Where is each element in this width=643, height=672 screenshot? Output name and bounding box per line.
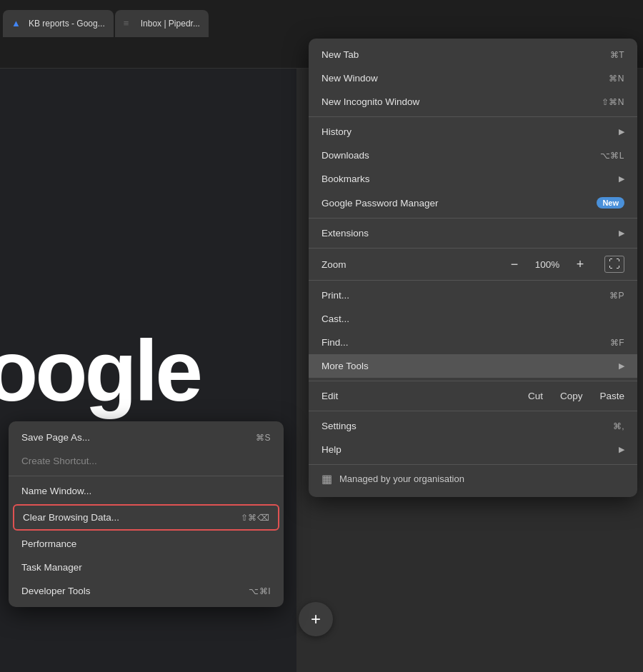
menu-divider-3: [309, 248, 637, 249]
performance-label: Performance: [21, 538, 76, 549]
menu-item-help[interactable]: Help ▶: [309, 438, 637, 461]
downloads-shortcut: ⌥⌘L: [600, 151, 624, 161]
settings-shortcut: ⌘,: [613, 421, 624, 431]
tab-favicon-pipe: ≡: [124, 18, 135, 29]
menu-item-settings[interactable]: Settings ⌘,: [309, 414, 637, 438]
new-badge: New: [597, 197, 624, 209]
task-manager-label: Task Manager: [21, 562, 82, 573]
menu-divider-4: [309, 280, 637, 281]
settings-label: Settings: [322, 421, 613, 431]
context-create-shortcut: Create Shortcut...: [9, 449, 284, 473]
context-clear-browsing[interactable]: Clear Browsing Data... ⇧⌘⌫: [13, 504, 279, 531]
new-window-shortcut: ⌘N: [609, 74, 624, 84]
new-tab-label: New Tab: [322, 49, 610, 60]
help-label: Help: [322, 444, 613, 455]
context-divider-1: [9, 476, 284, 476]
managed-row: ▦ Managed by your organisation: [309, 464, 637, 493]
context-menu-more-tools: Save Page As... ⌘S Create Shortcut... Na…: [9, 421, 284, 607]
menu-divider-5: [309, 381, 637, 381]
downloads-label: Downloads: [322, 150, 600, 161]
password-manager-label: Google Password Manager: [322, 198, 589, 209]
context-task-manager[interactable]: Task Manager: [9, 556, 284, 579]
find-shortcut: ⌘F: [610, 338, 624, 348]
main-menu: New Tab ⌘T New Window ⌘N New Incognito W…: [309, 39, 637, 497]
context-developer-tools[interactable]: Developer Tools ⌥⌘I: [9, 579, 284, 603]
menu-divider-6: [309, 411, 637, 411]
bookmarks-label: Bookmarks: [322, 174, 613, 184]
managed-icon: ▦: [322, 472, 332, 486]
menu-item-print[interactable]: Print... ⌘P: [309, 284, 637, 307]
tab-label-kb: KB reports - Goog...: [29, 19, 105, 29]
developer-tools-label: Developer Tools: [21, 586, 91, 596]
cast-label: Cast...: [322, 314, 624, 324]
new-window-label: New Window: [322, 73, 609, 84]
tab-kb-reports[interactable]: ▲ KB reports - Goog...: [3, 10, 114, 37]
tab-label-inbox: Inbox | Pipedr...: [141, 19, 200, 29]
clear-browsing-shortcut: ⇧⌘⌫: [241, 513, 270, 523]
print-shortcut: ⌘P: [609, 291, 624, 301]
context-name-window[interactable]: Name Window...: [9, 479, 284, 503]
zoom-controls: − 100% + ⛶: [506, 256, 624, 273]
managed-label: Managed by your organisation: [339, 473, 464, 484]
tab-favicon-drive: ▲: [11, 18, 23, 29]
history-label: History: [322, 126, 613, 137]
clear-browsing-label: Clear Browsing Data...: [23, 512, 119, 523]
tab-inbox[interactable]: ≡ Inbox | Pipedr...: [115, 10, 209, 37]
find-label: Find...: [322, 337, 610, 348]
extensions-label: Extensions: [322, 228, 613, 239]
zoom-value: 100%: [533, 259, 562, 270]
history-arrow: ▶: [619, 127, 624, 136]
zoom-plus-button[interactable]: +: [572, 257, 589, 272]
edit-actions: Cut Copy Paste: [528, 391, 624, 401]
new-tab-button[interactable]: +: [299, 602, 333, 636]
create-shortcut-label: Create Shortcut...: [21, 456, 97, 466]
cut-button[interactable]: Cut: [528, 391, 543, 401]
menu-item-find[interactable]: Find... ⌘F: [309, 331, 637, 354]
bookmarks-arrow: ▶: [619, 174, 624, 184]
menu-item-new-tab[interactable]: New Tab ⌘T: [309, 43, 637, 66]
tab-bar: ▲ KB reports - Goog... ≡ Inbox | Pipedr.…: [0, 0, 643, 37]
menu-item-password-manager[interactable]: Google Password Manager New: [309, 191, 637, 215]
menu-item-cast[interactable]: Cast...: [309, 307, 637, 331]
context-performance[interactable]: Performance: [9, 532, 284, 556]
edit-label: Edit: [322, 391, 528, 401]
help-arrow: ▶: [619, 445, 624, 454]
menu-item-zoom[interactable]: Zoom − 100% + ⛶: [309, 251, 637, 277]
paste-button[interactable]: Paste: [599, 391, 624, 401]
menu-item-extensions[interactable]: Extensions ▶: [309, 221, 637, 245]
save-page-label: Save Page As...: [21, 432, 90, 443]
menu-item-edit: Edit Cut Copy Paste: [309, 384, 637, 408]
menu-item-more-tools[interactable]: More Tools ▶: [309, 354, 637, 378]
copy-button[interactable]: Copy: [560, 391, 583, 401]
menu-item-new-window[interactable]: New Window ⌘N: [309, 66, 637, 90]
menu-item-bookmarks[interactable]: Bookmarks ▶: [309, 167, 637, 191]
developer-tools-shortcut: ⌥⌘I: [249, 586, 271, 596]
menu-item-new-incognito[interactable]: New Incognito Window ⇧⌘N: [309, 90, 637, 114]
extensions-arrow: ▶: [619, 229, 624, 238]
menu-divider-2: [309, 218, 637, 219]
save-page-shortcut: ⌘S: [256, 433, 271, 443]
zoom-minus-button[interactable]: −: [506, 257, 523, 272]
menu-item-downloads[interactable]: Downloads ⌥⌘L: [309, 144, 637, 167]
print-label: Print...: [322, 290, 609, 301]
new-incognito-shortcut: ⇧⌘N: [602, 97, 624, 107]
new-incognito-label: New Incognito Window: [322, 96, 602, 107]
zoom-label: Zoom: [322, 259, 506, 270]
new-tab-plus-icon: +: [311, 609, 321, 629]
context-save-page[interactable]: Save Page As... ⌘S: [9, 426, 284, 449]
more-tools-label: More Tools: [322, 361, 613, 371]
more-tools-arrow: ▶: [619, 361, 624, 371]
zoom-fullscreen-button[interactable]: ⛶: [604, 256, 624, 273]
menu-divider-1: [309, 116, 637, 117]
name-window-label: Name Window...: [21, 486, 91, 496]
new-tab-shortcut: ⌘T: [610, 50, 624, 60]
google-logo: oogle: [0, 321, 200, 420]
menu-item-history[interactable]: History ▶: [309, 120, 637, 144]
